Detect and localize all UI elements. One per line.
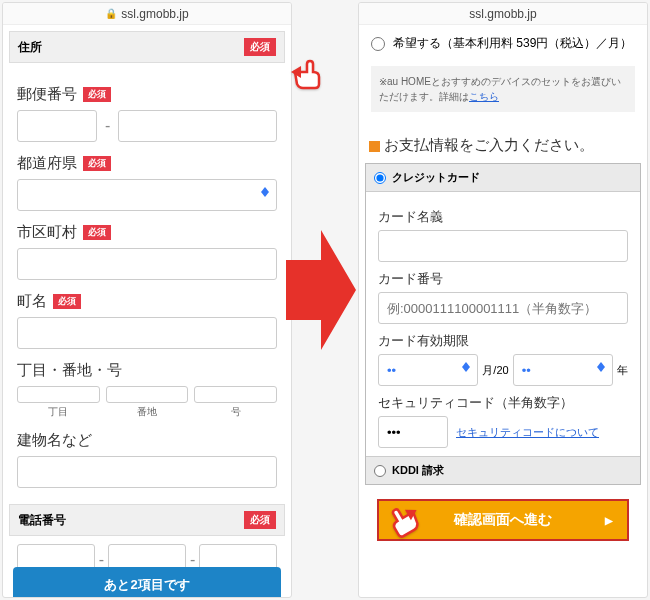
kddi-label: KDDI 請求 [392,463,444,478]
section-title: 電話番号 [18,512,66,529]
note-link[interactable]: こちら [469,91,499,102]
progress-banner: あと2項目です [13,567,281,597]
label-pref: 都道府県 必須 [17,154,277,173]
dash-icon: - [105,117,110,135]
option-row[interactable]: 希望する（基本利用料 539円（税込）／月） [359,25,647,62]
zip-second-input[interactable] [118,110,277,142]
payment-box: クレジットカード カード名義 カード番号 カード有効期限 •• 月/20 •• … [365,163,641,485]
label-town: 町名 必須 [17,292,277,311]
chevron-right-icon: ▶ [605,515,613,526]
payment-section-title: お支払情報をご入力ください。 [359,124,647,163]
cardname-input[interactable] [378,230,628,262]
label-cardno: カード番号 [378,270,628,288]
transition-arrow-icon [286,230,356,350]
url-text: ssl.gmobb.jp [469,7,536,21]
browser-bar-left: 🔒 ssl.gmobb.jp [3,3,291,25]
cardno-input[interactable] [378,292,628,324]
payment-form: 希望する（基本利用料 539円（税込）／月） ※au HOMEとおすすめのデバイ… [359,25,647,541]
town-input[interactable] [17,317,277,349]
browser-bar-right: ssl.gmobb.jp [359,3,647,25]
pointer-hand-icon [381,499,421,539]
section-title: 住所 [18,39,42,56]
label-building: 建物名など [17,431,277,450]
required-badge: 必須 [53,294,81,309]
security-help-link[interactable]: セキュリティコードについて [456,425,599,440]
required-badge: 必須 [244,38,276,56]
label-block: 丁目・番地・号 [17,361,277,380]
zip-first-input[interactable] [17,110,97,142]
option-radio[interactable] [371,37,385,51]
address-form: 住所 必須 郵便番号 必須 - 都道府県 必須 [3,25,291,586]
option-note: ※au HOMEとおすすめのデバイスのセットをお選びいただけます。詳細はこちら [371,66,635,112]
sublabel-banchi: 番地 [106,405,189,419]
expiry-month-select[interactable]: •• [378,354,478,386]
label-expiry: カード有効期限 [378,332,628,350]
sublabel-gou: 号 [194,405,277,419]
lock-icon: 🔒 [105,8,117,19]
required-badge: 必須 [83,225,111,240]
square-icon [369,141,380,152]
required-badge: 必須 [83,87,111,102]
kddi-radio[interactable] [374,465,386,477]
chome-input[interactable] [17,386,100,403]
expiry-month-suffix: 月/20 [482,363,508,378]
city-input[interactable] [17,248,277,280]
section-header-phone: 電話番号 必須 [9,504,285,536]
left-phone: 🔒 ssl.gmobb.jp 住所 必須 郵便番号 必須 - [2,2,292,598]
credit-radio[interactable] [374,172,386,184]
building-input[interactable] [17,456,277,488]
label-cardname: カード名義 [378,208,628,226]
sublabel-chome: 丁目 [17,405,100,419]
security-code-input[interactable] [378,416,448,448]
required-badge: 必須 [83,156,111,171]
label-city: 市区町村 必須 [17,223,277,242]
submit-label: 確認画面へ進む [454,511,552,529]
label-zip: 郵便番号 必須 [17,85,277,104]
option-label: 希望する（基本利用料 539円（税込）／月） [393,35,632,52]
expiry-year-select[interactable]: •• [513,354,613,386]
label-security: セキュリティコード（半角数字） [378,394,628,412]
prefecture-select[interactable] [17,179,277,211]
url-text: ssl.gmobb.jp [121,7,188,21]
section-header-address: 住所 必須 [9,31,285,63]
pay-method-credit[interactable]: クレジットカード [366,164,640,192]
banchi-input[interactable] [106,386,189,403]
credit-label: クレジットカード [392,170,480,185]
required-badge: 必須 [244,511,276,529]
expiry-year-suffix: 年 [617,363,628,378]
pay-method-kddi[interactable]: KDDI 請求 [366,456,640,484]
gou-input[interactable] [194,386,277,403]
pointer-hand-icon [289,52,329,92]
svg-marker-0 [286,230,356,350]
